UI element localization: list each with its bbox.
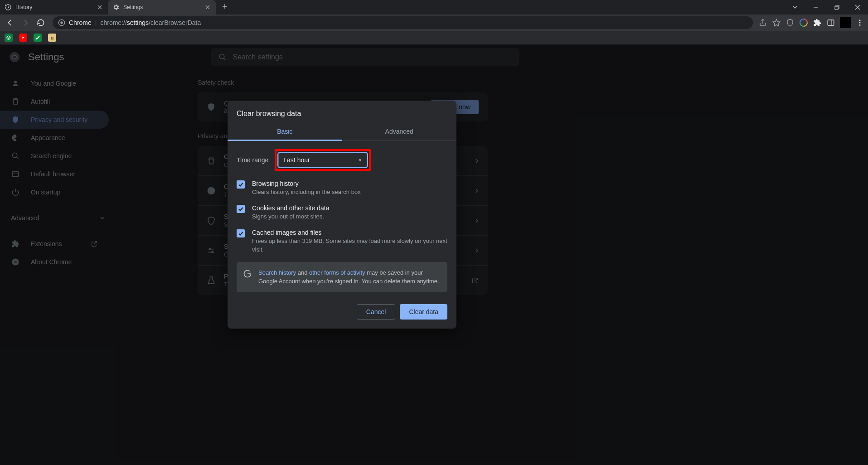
dropdown-value: Last hour xyxy=(283,156,310,164)
check-title: Browsing history xyxy=(252,180,447,187)
circle-extension-icon[interactable] xyxy=(799,18,808,27)
check-title: Cached images and files xyxy=(252,229,447,236)
time-range-row: Time range Last hour ▼ xyxy=(237,149,447,171)
extensions-puzzle-icon[interactable] xyxy=(813,18,822,27)
time-range-dropdown[interactable]: Last hour ▼ xyxy=(278,153,367,167)
window-controls xyxy=(785,0,868,15)
tab-basic[interactable]: Basic xyxy=(228,122,342,140)
bookmarks-bar: ◎ g xyxy=(0,31,868,44)
sidepanel-icon[interactable] xyxy=(826,18,835,27)
chrome-page-icon xyxy=(58,19,65,26)
check-sub: Signs you out of most sites. xyxy=(252,213,447,221)
omnibox-scheme-label: Chrome xyxy=(69,19,92,26)
clear-browsing-data-dialog: Clear browsing data Basic Advanced Time … xyxy=(228,101,456,329)
close-icon[interactable] xyxy=(204,4,211,11)
tab-history[interactable]: History xyxy=(0,0,108,15)
tab-search-dropdown[interactable] xyxy=(785,0,805,15)
dialog-body: Time range Last hour ▼ Browsing history … xyxy=(228,141,456,297)
forward-button[interactable] xyxy=(19,16,32,29)
bookmark-goodreads[interactable]: g xyxy=(48,34,56,42)
google-account-info-card: Search history and other forms of activi… xyxy=(237,262,447,292)
profile-avatar[interactable] xyxy=(840,17,851,28)
check-cookies: Cookies and other site data Signs you ou… xyxy=(237,204,447,221)
bookmark-1[interactable]: ◎ xyxy=(5,34,13,42)
omnibox-url: chrome://settings/clearBrowserData xyxy=(100,19,201,26)
check-cached: Cached images and files Frees up less th… xyxy=(237,229,447,253)
dialog-footer: Cancel Clear data xyxy=(228,297,456,329)
clear-data-button[interactable]: Clear data xyxy=(400,304,447,320)
check-sub: Frees up less than 319 MB. Some sites ma… xyxy=(252,237,447,253)
dialog-title: Clear browsing data xyxy=(228,101,456,122)
back-button[interactable] xyxy=(4,16,16,29)
bookmark-star-icon[interactable] xyxy=(772,18,781,27)
checkbox-cookies[interactable] xyxy=(237,205,245,213)
tab-title: History xyxy=(15,4,92,10)
tab-strip: History Settings xyxy=(0,0,231,15)
browser-toolbar: Chrome | chrome://settings/clearBrowserD… xyxy=(0,15,868,31)
reload-button[interactable] xyxy=(34,16,47,29)
tab-settings[interactable]: Settings xyxy=(108,0,216,15)
link-search-history[interactable]: Search history xyxy=(258,269,296,276)
close-icon[interactable] xyxy=(96,4,103,11)
check-title: Cookies and other site data xyxy=(252,204,447,212)
shield-extension-icon[interactable] xyxy=(786,18,795,27)
checkbox-cached[interactable] xyxy=(237,229,245,237)
svg-marker-13 xyxy=(773,19,780,26)
new-tab-button[interactable] xyxy=(218,0,231,13)
google-g-icon xyxy=(243,269,252,278)
toolbar-actions xyxy=(758,17,864,28)
svg-rect-15 xyxy=(828,20,834,25)
annotation-highlight: Last hour ▼ xyxy=(275,149,371,171)
svg-point-19 xyxy=(859,24,861,26)
tab-title: Settings xyxy=(123,4,200,10)
svg-rect-7 xyxy=(835,6,838,10)
checkbox-browsing-history[interactable] xyxy=(237,180,245,189)
minimize-button[interactable] xyxy=(805,0,826,15)
dialog-tabs: Basic Advanced xyxy=(228,122,456,141)
maximize-button[interactable] xyxy=(826,0,847,15)
dropdown-arrow-icon: ▼ xyxy=(358,158,362,163)
gear-icon xyxy=(112,4,120,11)
check-sub: Clears history, including in the search … xyxy=(252,188,447,196)
kebab-menu-icon[interactable] xyxy=(855,18,864,27)
bookmark-3[interactable] xyxy=(34,34,42,42)
info-text: Search history and other forms of activi… xyxy=(258,268,441,286)
window-titlebar: History Settings xyxy=(0,0,868,15)
share-icon[interactable] xyxy=(758,18,767,27)
address-bar[interactable]: Chrome | chrome://settings/clearBrowserD… xyxy=(53,16,753,29)
cancel-button[interactable]: Cancel xyxy=(357,304,396,320)
time-range-label: Time range xyxy=(237,156,268,164)
link-other-activity[interactable]: other forms of activity xyxy=(309,269,365,276)
bookmark-youtube[interactable] xyxy=(19,34,27,42)
check-browsing-history: Browsing history Clears history, includi… xyxy=(237,180,447,196)
svg-point-18 xyxy=(859,22,861,24)
tab-advanced[interactable]: Advanced xyxy=(342,122,457,140)
close-window-button[interactable] xyxy=(847,0,868,15)
svg-point-17 xyxy=(859,19,861,21)
history-icon xyxy=(5,4,12,11)
svg-point-11 xyxy=(60,21,63,24)
